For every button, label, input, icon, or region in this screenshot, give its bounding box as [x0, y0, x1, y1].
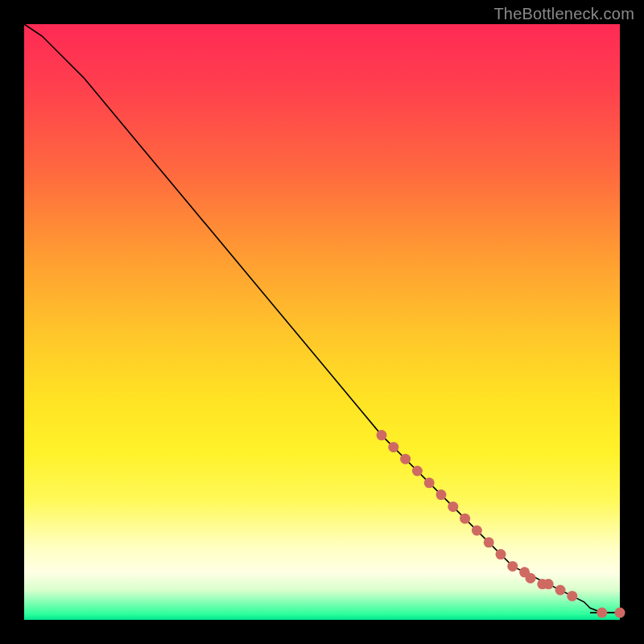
- data-point-marker: [412, 466, 423, 477]
- data-point-marker: [436, 489, 447, 500]
- data-point-marker: [555, 585, 566, 596]
- data-point-marker: [388, 442, 398, 452]
- data-point-marker: [615, 608, 625, 618]
- chart-overlay-svg: [24, 24, 620, 620]
- curve-line: [24, 24, 620, 613]
- watermark-text: TheBottleneck.com: [493, 5, 634, 23]
- data-point-marker: [484, 537, 494, 547]
- data-point-marker: [377, 430, 387, 440]
- data-point-marker: [460, 514, 470, 524]
- marker-group: [377, 430, 625, 618]
- data-point-marker: [496, 549, 506, 559]
- data-point-marker: [472, 526, 482, 536]
- chart-frame: TheBottleneck.com: [0, 0, 644, 644]
- data-point-marker: [526, 573, 536, 584]
- data-point-marker: [507, 561, 518, 572]
- data-point-marker: [448, 502, 458, 512]
- data-point-marker: [400, 454, 411, 464]
- data-point-marker: [597, 608, 607, 618]
- data-point-marker: [567, 591, 577, 601]
- data-point-marker: [543, 579, 554, 589]
- data-point-marker: [424, 477, 435, 488]
